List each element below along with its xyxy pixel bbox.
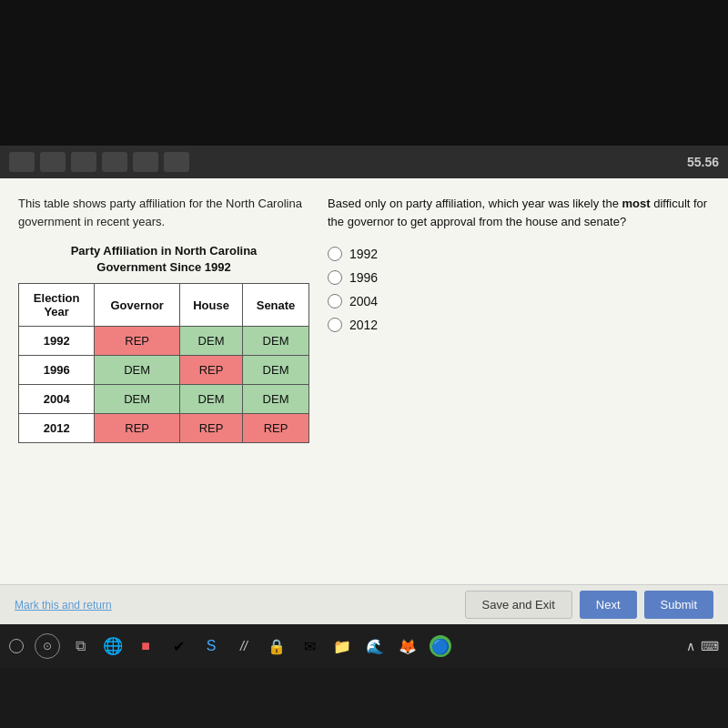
table-row: 1996 DEM REP DEM [19,356,309,385]
table-header-row: ElectionYear Governor House Senate [19,284,309,327]
option-label-2012: 2012 [349,318,378,332]
cell-governor: DEM [95,356,180,385]
radio-1996[interactable] [328,270,342,285]
options-list: 1992 1996 2004 2012 [328,247,710,332]
cell-year: 1996 [19,356,95,385]
taskbar-multitask[interactable]: ⧉ [67,633,93,659]
mark-return-link[interactable]: Mark this and return [15,599,112,612]
taskbar-icon-2[interactable]: ■ [133,633,158,659]
option-2004[interactable]: 2004 [328,294,710,308]
save-exit-button[interactable]: Save and Exit [465,591,572,619]
option-label-2004: 2004 [349,294,378,308]
radio-2004[interactable] [328,294,342,308]
cell-senate: REP [243,414,309,443]
intro-text: This table shows party affiliation for t… [18,195,309,230]
table-title-line1: Party Affiliation in North Carolina [71,244,258,258]
browser-tab[interactable] [40,152,66,172]
taskbar-icon-8[interactable]: 📁 [329,633,355,659]
taskbar-icon-6[interactable]: 🔒 [264,633,289,659]
option-1996[interactable]: 1996 [328,270,710,285]
left-panel: This table shows party affiliation for t… [18,195,309,575]
right-panel: Based only on party affiliation, which y… [328,195,710,575]
cell-senate: DEM [243,385,309,414]
next-button[interactable]: Next [580,591,637,619]
cell-house: REP [179,356,242,385]
table-title-line2: Government Since 1992 [96,260,230,274]
cell-house: REP [179,414,242,443]
col-header-house: House [179,284,242,327]
taskbar-icon-3[interactable]: ✔ [166,633,191,659]
cell-governor: REP [95,414,180,443]
cell-senate: DEM [243,327,309,356]
system-tray: ∧ ⌨ [686,639,719,653]
col-header-senate: Senate [243,284,309,327]
taskbar-icon-11[interactable]: 🔵 [428,633,453,659]
tray-keyboard[interactable]: ⌨ [701,639,719,653]
taskbar-icon-4[interactable]: S [198,633,224,659]
bottom-toolbar: Mark this and return Save and Exit Next … [0,584,728,624]
col-header-election-year: ElectionYear [19,284,95,327]
radio-1992[interactable] [328,247,342,261]
option-1992[interactable]: 1992 [328,247,710,261]
start-circle[interactable] [9,639,24,653]
option-2012[interactable]: 2012 [328,318,710,332]
tray-arrow[interactable]: ∧ [686,639,695,653]
option-label-1992: 1992 [349,247,378,261]
main-content: This table shows party affiliation for t… [0,178,728,624]
cell-house: DEM [179,327,242,356]
table-row: 2012 REP REP REP [19,414,309,443]
browser-tab[interactable] [164,152,189,172]
browser-tab[interactable] [9,152,35,172]
party-table: ElectionYear Governor House Senate 1992 … [18,283,309,443]
toolbar-buttons: Save and Exit Next Submit [465,591,713,619]
cell-year: 2012 [19,414,95,443]
taskbar: ⊙ ⧉ 🌐 ■ ✔ S // 🔒 ✉ 📁 🌊 🦊 🔵 ∧ ⌨ [0,624,728,668]
taskbar-icon-10[interactable]: 🦊 [395,633,420,659]
browser-tab[interactable] [102,152,127,172]
taskbar-icon-9[interactable]: 🌊 [362,633,388,659]
score-display: 55.56 [687,155,719,169]
cell-governor: REP [95,327,180,356]
taskbar-icon-7[interactable]: ✉ [297,633,322,659]
cell-year: 2004 [19,385,95,414]
cell-house: DEM [179,385,242,414]
taskbar-icon-5[interactable]: // [231,633,257,659]
cell-senate: DEM [243,356,309,385]
radio-2012[interactable] [328,318,342,332]
browser-tab[interactable] [71,152,96,172]
table-row: 1992 REP DEM DEM [19,327,309,356]
cell-governor: DEM [95,385,180,414]
taskbar-chrome[interactable]: 🌐 [100,633,126,659]
taskbar-search[interactable]: ⊙ [35,633,60,659]
submit-button[interactable]: Submit [644,591,713,619]
cell-year: 1992 [19,327,95,356]
question-area: This table shows party affiliation for t… [0,178,728,584]
question-text: Based only on party affiliation, which y… [328,195,710,230]
top-area [0,0,728,146]
option-label-1996: 1996 [349,270,378,285]
col-header-governor: Governor [95,284,180,327]
table-title: Party Affiliation in North Carolina Gove… [18,243,309,276]
browser-tab[interactable] [133,152,158,172]
table-row: 2004 DEM DEM DEM [19,385,309,414]
browser-toolbar: 55.56 [0,146,728,178]
